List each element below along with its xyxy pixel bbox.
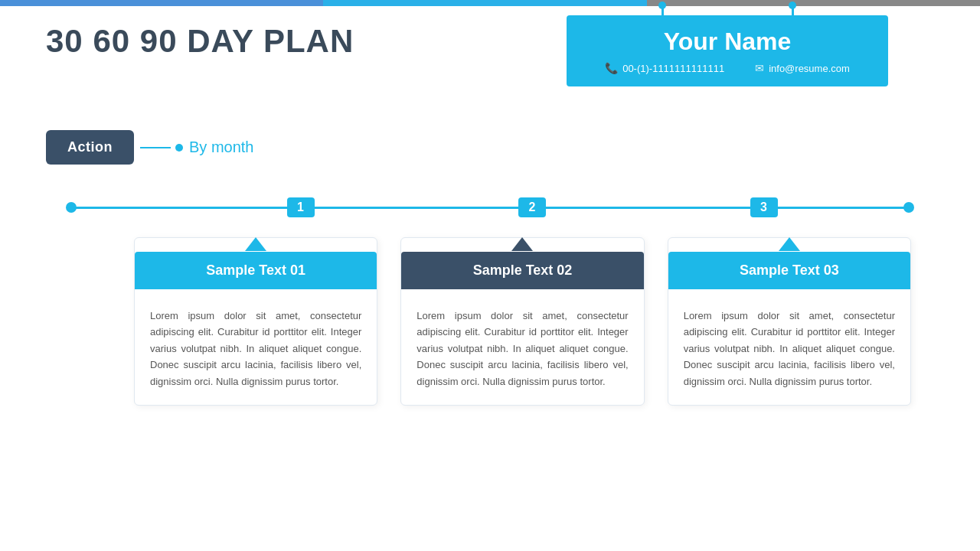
- timeline-nodes: 1 2 3: [69, 197, 911, 217]
- card-3: Sample Text 03 Lorem ipsum dolor sit ame…: [668, 237, 911, 406]
- timeline-node-1: 1: [287, 197, 315, 217]
- timeline-node-2: 2: [518, 197, 546, 217]
- card-3-header: Sample Text 03: [668, 252, 910, 289]
- email-info: ✉ info@resume.com: [755, 62, 850, 74]
- email-address: info@resume.com: [769, 63, 850, 74]
- person-name: Your Name: [590, 28, 865, 56]
- by-month-label: By month: [189, 139, 253, 156]
- action-section: Action By month: [46, 130, 253, 165]
- card-1-body: Lorem ipsum dolor sit amet, consectetur …: [135, 289, 377, 405]
- name-card-pins: [567, 6, 888, 17]
- timeline-node-3: 3: [750, 197, 778, 217]
- node-box-3: 3: [750, 197, 778, 217]
- card-3-body: Lorem ipsum dolor sit amet, consectetur …: [668, 289, 910, 405]
- card-2-header: Sample Text 02: [401, 252, 643, 289]
- phone-info: 📞 00-(1)-1111111111111: [605, 62, 724, 74]
- node-box-2: 2: [518, 197, 546, 217]
- top-bar: [0, 0, 980, 6]
- name-card: Your Name 📞 00-(1)-1111111111111 ✉ info@…: [567, 15, 888, 86]
- action-line: [140, 144, 183, 152]
- pin-right: [792, 6, 794, 17]
- page-title: 30 60 90 DAY PLAN: [46, 23, 354, 60]
- action-line-bar: [140, 147, 171, 148]
- timeline-dot-left: [66, 202, 77, 213]
- card-2-arrow: [511, 237, 533, 251]
- pin-left: [662, 6, 664, 17]
- timeline-section: 1 2 3: [69, 197, 911, 217]
- timeline-line: [69, 207, 911, 209]
- card-2: Sample Text 02 Lorem ipsum dolor sit ame…: [400, 237, 644, 406]
- card-3-arrow: [779, 237, 800, 251]
- card-1-arrow: [245, 237, 266, 251]
- email-icon: ✉: [755, 62, 764, 74]
- card-2-body: Lorem ipsum dolor sit amet, consectetur …: [401, 289, 643, 405]
- node-box-1: 1: [287, 197, 315, 217]
- timeline-dot-right: [903, 202, 914, 213]
- card-1: Sample Text 01 Lorem ipsum dolor sit ame…: [134, 237, 377, 406]
- action-dot: [175, 144, 183, 152]
- phone-number: 00-(1)-1111111111111: [622, 63, 724, 74]
- phone-icon: 📞: [605, 62, 618, 74]
- action-badge: Action: [46, 130, 134, 165]
- cards-section: Sample Text 01 Lorem ipsum dolor sit ame…: [134, 237, 911, 406]
- card-1-header: Sample Text 01: [135, 252, 377, 289]
- contact-info: 📞 00-(1)-1111111111111 ✉ info@resume.com: [590, 62, 865, 74]
